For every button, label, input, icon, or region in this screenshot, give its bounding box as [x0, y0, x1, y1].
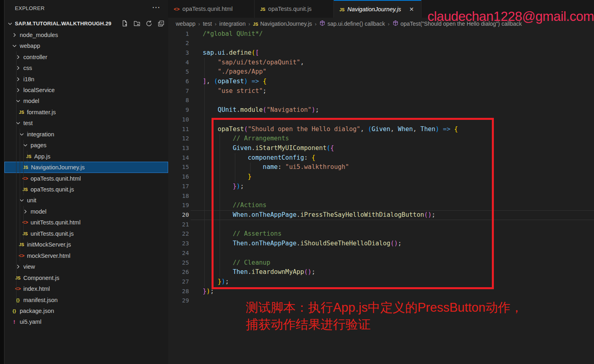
- line-number: 6: [168, 77, 189, 86]
- code-token: {: [263, 78, 266, 85]
- annotation-email: claudechan1228@gmail.com: [428, 9, 594, 24]
- tree-item-node-modules[interactable]: node_modules: [4, 29, 168, 40]
- tab-opatests-qunit-html[interactable]: <>opaTests.qunit.html: [168, 0, 255, 18]
- code-line-14[interactable]: 14 componentConfig: {: [168, 153, 594, 163]
- code-token: ;: [312, 268, 315, 276]
- breadcrumb-item[interactable]: JSNavigationJourney.js: [253, 21, 312, 27]
- symbol-cube-icon: [393, 20, 399, 27]
- code-line-21[interactable]: 21: [168, 220, 594, 230]
- breadcrumb-item[interactable]: sap.ui.define() callback: [319, 20, 385, 27]
- code-line-2[interactable]: 2: [168, 39, 594, 48]
- breadcrumb-item[interactable]: integration: [219, 21, 245, 27]
- tree-item-localservice[interactable]: localService: [4, 84, 168, 95]
- line-number: 16: [168, 172, 189, 182]
- tree-item-index-html[interactable]: <>index.html: [4, 283, 168, 294]
- tree-item-manifest-json[interactable]: {}manifest.json: [4, 294, 168, 305]
- annotation-note-line1: 测试脚本：执行App.js中定义的PressButton动作，: [246, 299, 523, 316]
- code-line-4[interactable]: 4 "sap/ui/test/opaQunit",: [168, 58, 594, 68]
- code-token: [203, 125, 218, 133]
- tree-item-opatests-qunit-js[interactable]: JSopaTests.qunit.js: [4, 184, 168, 195]
- tree-item-label: node_modules: [20, 32, 58, 38]
- chevron-right-icon: [14, 65, 21, 72]
- code-token: ,: [413, 125, 421, 133]
- line-number: 15: [168, 162, 189, 172]
- code-line-12[interactable]: 12 // Arrangements: [168, 134, 594, 144]
- code-line-5[interactable]: 5 "./pages/App": [168, 67, 594, 77]
- tree-item-view[interactable]: view: [4, 261, 168, 272]
- line-number: 2: [168, 39, 189, 48]
- line-number: 23: [168, 239, 189, 249]
- tree-item-integration[interactable]: integration: [4, 129, 168, 140]
- line-number: 14: [168, 153, 189, 163]
- tree-item-component-js[interactable]: JSComponent.js: [4, 272, 168, 283]
- tree-item-label: Component.js: [23, 275, 59, 281]
- code-line-9[interactable]: 9 QUnit.module("Navigation");: [168, 105, 594, 115]
- line-number: 13: [168, 144, 189, 153]
- code-line-25[interactable]: 25 // Cleanup: [168, 258, 594, 268]
- code-line-26[interactable]: 26 Then.iTeardownMyApp();: [168, 267, 594, 277]
- tab-label: opaTests.qunit.js: [268, 6, 312, 12]
- breadcrumb-item[interactable]: webapp: [176, 21, 195, 27]
- code-token: [203, 144, 233, 152]
- tree-item-label: NavigationJourney.js: [31, 164, 85, 171]
- new-file-icon[interactable]: [121, 20, 129, 27]
- code-line-20[interactable]: 20 When.onTheAppPage.iPressTheSayHelloWi…: [168, 210, 594, 220]
- new-folder-icon[interactable]: [134, 20, 141, 27]
- code-token: :: [278, 163, 286, 171]
- tree-item-initmockserver-js[interactable]: JSinitMockServer.js: [4, 239, 168, 250]
- tree-item-mockserver-html[interactable]: <>mockServer.html: [4, 250, 168, 261]
- tree-item-unittests-qunit-js[interactable]: JSunitTests.qunit.js: [4, 228, 168, 239]
- code-line-8[interactable]: 8: [168, 96, 594, 105]
- code-line-1[interactable]: 1/*global QUnit*/: [168, 29, 594, 39]
- code-line-27[interactable]: 27 });: [168, 277, 594, 287]
- code-line-10[interactable]: 10: [168, 115, 594, 125]
- tree-item-test[interactable]: test: [4, 118, 168, 129]
- more-actions-icon[interactable]: ⋯: [152, 2, 160, 12]
- code-line-13[interactable]: 13 Given.iStartMyUIComponent({: [168, 144, 594, 153]
- code-line-6[interactable]: 6], (opaTest) => {: [168, 77, 594, 86]
- tree-item-css[interactable]: css: [4, 62, 168, 73]
- code-line-16[interactable]: 16 }: [168, 172, 594, 182]
- code-line-3[interactable]: 3sap.ui.define([: [168, 48, 594, 58]
- tree-indent-guide: [20, 129, 20, 261]
- close-icon[interactable]: ✕: [408, 6, 415, 12]
- tree-item-pages[interactable]: pages: [4, 140, 168, 151]
- tree-item-label: view: [23, 263, 35, 270]
- tree-item-app-js[interactable]: JSApp.js: [4, 151, 168, 162]
- breadcrumb-label: test: [203, 21, 212, 27]
- code-line-11[interactable]: 11 opaTest("Should open the Hello dialog…: [168, 125, 594, 134]
- tree-item-webapp[interactable]: webapp: [4, 40, 168, 51]
- code-line-17[interactable]: 17 });: [168, 182, 594, 191]
- tree-item-opatests-qunit-html[interactable]: <>opaTests.qunit.html: [4, 173, 168, 184]
- refresh-icon[interactable]: [146, 20, 153, 27]
- tree-item-navigationjourney-js[interactable]: JSNavigationJourney.js: [4, 162, 168, 173]
- code-line-19[interactable]: 19 //Actions: [168, 201, 594, 210]
- breadcrumb-item[interactable]: test: [203, 21, 212, 27]
- tree-item-controller[interactable]: controller: [4, 51, 168, 62]
- tree-item-formatter-js[interactable]: JSformatter.js: [4, 107, 168, 117]
- code-line-15[interactable]: 15 name: "ui5.walkthrough": [168, 162, 594, 172]
- tree-item-ui5-yaml[interactable]: !ui5.yaml: [4, 317, 168, 327]
- code-token: ,: [391, 125, 398, 133]
- tab-opatests-qunit-js[interactable]: JSopaTests.qunit.js: [255, 0, 334, 18]
- code-token: {: [312, 154, 315, 161]
- code-line-23[interactable]: 23 Then.onTheAppPage.iShouldSeeTheHelloD…: [168, 239, 594, 249]
- tree-item-unit[interactable]: unit: [4, 195, 168, 206]
- tab-navigationjourney-js[interactable]: JSNavigationJourney.js✕: [334, 0, 421, 18]
- tree-item-i18n[interactable]: i18n: [4, 74, 168, 84]
- tree-item-unittests-qunit-html[interactable]: <>unitTests.qunit.html: [4, 217, 168, 228]
- tree-item-package-json[interactable]: {}package.json: [4, 305, 168, 316]
- code-line-28[interactable]: 28});: [168, 287, 594, 296]
- project-section-header[interactable]: SAP.M.TUTORIAL.WALKTHROUGH.29: [4, 19, 168, 29]
- collapse-all-icon[interactable]: [158, 20, 165, 27]
- html-file-icon: <>: [22, 219, 29, 226]
- code-token: [203, 106, 218, 113]
- code-token: ;: [432, 211, 435, 218]
- code-line-18[interactable]: 18: [168, 191, 594, 201]
- code-line-22[interactable]: 22 // Assertions: [168, 229, 594, 239]
- code-line-24[interactable]: 24: [168, 249, 594, 258]
- code-line-7[interactable]: 7 "use strict";: [168, 86, 594, 96]
- tree-item-model[interactable]: model: [4, 206, 168, 217]
- tree-item-model[interactable]: model: [4, 96, 168, 107]
- code-token: [203, 87, 218, 95]
